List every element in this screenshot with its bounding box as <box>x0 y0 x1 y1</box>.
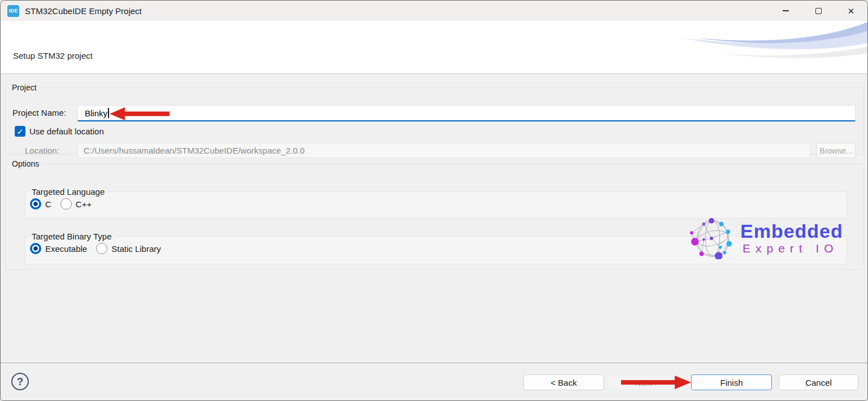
project-name-label: Project Name: <box>12 108 66 117</box>
app-icon: IDE <box>7 5 19 17</box>
location-value: C:/Users/hussamaldean/STM32CubeIDE/works… <box>84 146 305 155</box>
network-globe-icon <box>687 217 736 259</box>
back-button[interactable]: < Back <box>523 374 604 390</box>
location-input: C:/Users/hussamaldean/STM32CubeIDE/works… <box>77 143 810 158</box>
radio-cpp-label: C++ <box>76 199 92 209</box>
radio-c[interactable] <box>30 198 41 210</box>
arrow-pointing-to-finish <box>621 376 691 389</box>
banner-swoosh-decoration <box>585 21 867 66</box>
finish-button[interactable]: Finish <box>691 374 772 390</box>
radio-option-static-library[interactable]: Static Library <box>96 243 161 254</box>
logo-line2: Expert IO <box>743 242 843 255</box>
radio-option-cpp[interactable]: C++ <box>60 198 92 210</box>
help-button[interactable]: ? <box>11 373 29 390</box>
project-group: Project Project Name: Blinky ✓ Use defau… <box>5 83 864 155</box>
button-bar: ? < Back Next > Finish Cancel <box>1 363 867 401</box>
radio-executable[interactable] <box>30 243 41 254</box>
minimize-button[interactable] <box>769 1 802 21</box>
radio-c-label: C <box>45 199 51 209</box>
radio-cpp[interactable] <box>60 198 72 210</box>
targeted-language-group: Targeted Language C C++ <box>25 187 847 219</box>
cancel-button[interactable]: Cancel <box>779 374 858 390</box>
use-default-location-checkbox[interactable]: ✓ <box>15 126 25 137</box>
radio-static-library[interactable] <box>96 243 107 254</box>
radio-option-c[interactable]: C <box>30 198 51 210</box>
arrow-pointing-to-project-name <box>110 107 170 120</box>
options-group-label: Options <box>9 159 42 168</box>
page-title: Setup STM32 project <box>13 51 93 60</box>
window-controls: ✕ <box>769 1 867 21</box>
window-title: STM32CubeIDE Empty Project <box>25 6 142 16</box>
maximize-icon <box>815 8 822 14</box>
targeted-language-label: Targeted Language <box>29 187 107 197</box>
location-label: Location: <box>25 146 59 155</box>
checkmark-icon: ✓ <box>17 128 24 136</box>
radio-static-library-label: Static Library <box>111 244 161 254</box>
close-icon: ✕ <box>848 7 855 15</box>
minimize-icon <box>783 10 789 11</box>
maximize-button[interactable] <box>802 1 835 21</box>
project-name-value: Blinky <box>85 108 107 118</box>
wizard-banner: Setup STM32 project <box>1 21 867 74</box>
targeted-binary-type-label: Targeted Binary Type <box>29 232 114 241</box>
browse-button: Browse... <box>817 143 856 158</box>
radio-option-executable[interactable]: Executable <box>30 243 87 254</box>
title-bar: IDE STM32CubeIDE Empty Project ✕ <box>1 1 867 21</box>
close-button[interactable]: ✕ <box>835 1 867 21</box>
use-default-location-label: Use default location <box>29 127 104 136</box>
project-group-label: Project <box>9 83 40 92</box>
wizard-dialog: IDE STM32CubeIDE Empty Project ✕ Setup S… <box>0 0 868 401</box>
text-cursor <box>108 108 109 118</box>
embedded-expert-io-logo: Embedded Expert IO <box>687 217 843 259</box>
logo-line1: Embedded <box>740 221 843 241</box>
project-name-input[interactable]: Blinky <box>77 105 856 121</box>
radio-executable-label: Executable <box>45 244 87 254</box>
